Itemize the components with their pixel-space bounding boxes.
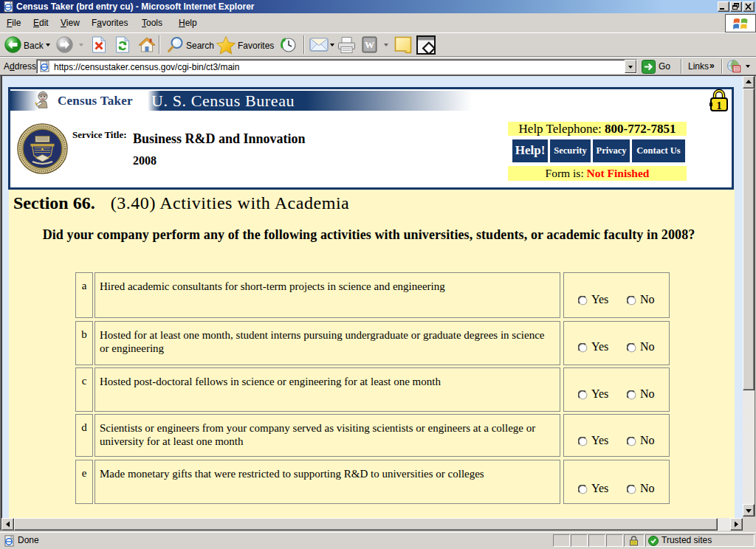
svg-text:1: 1 [716, 100, 722, 111]
svg-text:W: W [365, 39, 374, 50]
